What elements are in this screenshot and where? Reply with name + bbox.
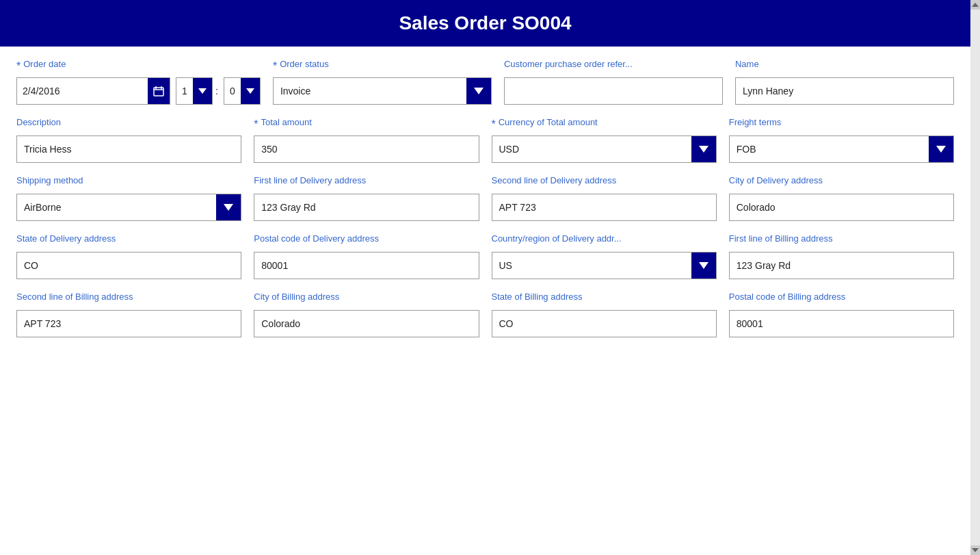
customer-po-ref-group: Customer purchase order refer... [504, 59, 723, 105]
delivery-postal-label: Postal code of Delivery address [254, 233, 479, 244]
form-row-2: Description * Total amount * Currency of [16, 117, 954, 163]
order-status-label: Order status [280, 59, 329, 69]
description-label: Description [16, 117, 241, 127]
billing-line1-label: First line of Billing address [729, 233, 954, 244]
delivery-country-group: Country/region of Delivery addr... [492, 233, 717, 279]
delivery-city-group: City of Delivery address [729, 175, 954, 221]
delivery-country-dropdown-button[interactable] [691, 253, 716, 279]
billing-line2-input[interactable] [16, 310, 241, 337]
page-title: Sales Order SO004 [399, 12, 571, 34]
order-date-input-group [16, 77, 170, 105]
order-status-required: * [273, 60, 277, 73]
freight-terms-group: Freight terms [729, 117, 954, 163]
billing-line2-label: Second line of Billing address [16, 292, 241, 302]
total-amount-input[interactable] [254, 135, 479, 163]
hour-dropdown-button[interactable] [193, 78, 212, 104]
billing-state-label: State of Billing address [492, 292, 717, 302]
order-date-required: * [16, 60, 21, 73]
order-status-select[interactable] [273, 77, 492, 105]
delivery-line2-input[interactable] [492, 194, 717, 221]
form-container: * Order date [0, 47, 970, 362]
billing-postal-input[interactable] [729, 310, 954, 337]
delivery-postal-group: Postal code of Delivery address [254, 233, 479, 279]
billing-postal-label: Postal code of Billing address [729, 292, 954, 302]
order-date-label: Order date [23, 59, 66, 69]
delivery-line1-group: First line of Delivery address [254, 175, 479, 221]
currency-group: * Currency of Total amount [492, 117, 717, 163]
time-colon: : [215, 86, 218, 96]
total-amount-required: * [254, 118, 258, 131]
form-row-3: Shipping method First line of Delivery a… [16, 175, 954, 221]
shipping-method-input[interactable] [17, 194, 216, 220]
hour-value: 1 [176, 80, 193, 102]
svg-rect-0 [154, 88, 163, 96]
currency-select[interactable] [492, 135, 717, 163]
total-amount-label: Total amount [261, 117, 311, 127]
billing-city-label: City of Billing address [254, 292, 479, 302]
name-input[interactable] [735, 77, 954, 105]
currency-label: Currency of Total amount [499, 117, 598, 127]
description-group: Description [16, 117, 241, 163]
billing-city-input[interactable] [254, 310, 479, 337]
delivery-line1-input[interactable] [254, 194, 479, 221]
delivery-line2-label: Second line of Delivery address [492, 175, 717, 185]
currency-input[interactable] [492, 136, 691, 162]
freight-terms-dropdown-button[interactable] [929, 136, 953, 162]
billing-line1-input[interactable] [729, 252, 954, 279]
shipping-method-dropdown-button[interactable] [216, 194, 241, 220]
delivery-city-label: City of Delivery address [729, 175, 954, 185]
delivery-postal-input[interactable] [254, 252, 479, 279]
name-group: Name [735, 59, 954, 105]
minute-group: 0 [224, 77, 261, 105]
order-date-input[interactable] [17, 80, 148, 102]
billing-line1-group: First line of Billing address [729, 233, 954, 279]
delivery-line1-label: First line of Delivery address [254, 175, 479, 185]
calendar-button[interactable] [148, 78, 170, 104]
freight-terms-select[interactable] [729, 135, 954, 163]
delivery-country-select[interactable] [492, 252, 717, 279]
shipping-method-label: Shipping method [16, 175, 241, 185]
currency-required: * [492, 118, 496, 131]
page-header: Sales Order SO004 [0, 0, 970, 47]
delivery-state-label: State of Delivery address [16, 233, 241, 244]
delivery-country-label: Country/region of Delivery addr... [492, 233, 717, 244]
customer-po-ref-input[interactable] [504, 77, 723, 105]
billing-city-group: City of Billing address [254, 292, 479, 337]
delivery-state-group: State of Delivery address [16, 233, 241, 279]
freight-terms-input[interactable] [730, 136, 929, 162]
name-label: Name [735, 59, 954, 69]
freight-terms-label: Freight terms [729, 117, 954, 127]
delivery-state-input[interactable] [16, 252, 241, 279]
scrollbar-down-button[interactable] [970, 545, 980, 555]
delivery-city-input[interactable] [729, 194, 954, 221]
billing-state-group: State of Billing address [492, 292, 717, 337]
customer-po-ref-label: Customer purchase order refer... [504, 59, 723, 69]
order-status-group: * Order status [273, 59, 492, 105]
order-status-dropdown-button[interactable] [466, 78, 491, 104]
delivery-line2-group: Second line of Delivery address [492, 175, 717, 221]
order-status-input[interactable] [274, 78, 466, 104]
shipping-method-select[interactable] [16, 194, 241, 221]
minute-dropdown-button[interactable] [241, 78, 260, 104]
minute-value: 0 [224, 80, 241, 102]
scrollbar-track [971, 10, 979, 545]
currency-dropdown-button[interactable] [691, 136, 716, 162]
hour-group: 1 [176, 77, 213, 105]
billing-postal-group: Postal code of Billing address [729, 292, 954, 337]
billing-state-input[interactable] [492, 310, 717, 337]
scrollbar-up-button[interactable] [970, 0, 980, 10]
description-input[interactable] [16, 135, 241, 163]
form-row-5: Second line of Billing address City of B… [16, 292, 954, 337]
form-row-4: State of Delivery address Postal code of… [16, 233, 954, 279]
form-row-1: * Order date [16, 59, 954, 105]
total-amount-group: * Total amount [254, 117, 479, 163]
shipping-method-group: Shipping method [16, 175, 241, 221]
billing-line2-group: Second line of Billing address [16, 292, 241, 337]
scrollbar [970, 0, 980, 555]
order-date-group: * Order date [16, 59, 261, 105]
delivery-country-input[interactable] [492, 253, 691, 279]
